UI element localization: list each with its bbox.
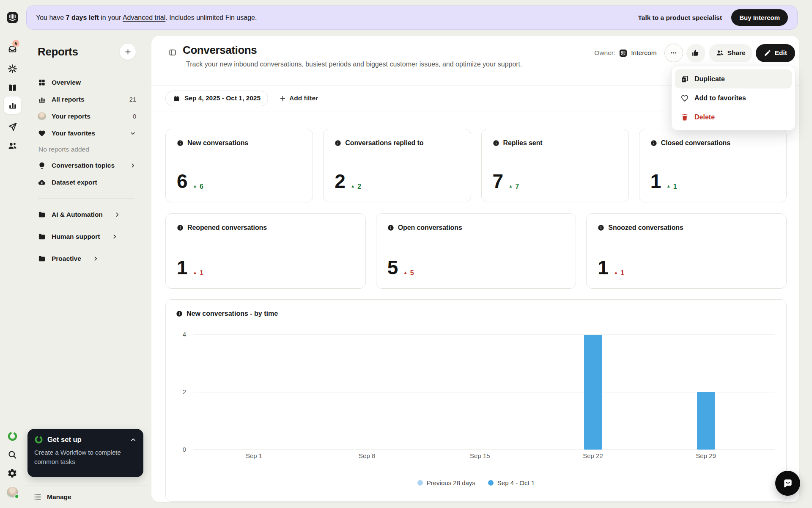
metrics-row-1: New conversations 6▲6 Conversations repl…: [151, 129, 799, 202]
menu-item-duplicate[interactable]: Duplicate: [675, 69, 792, 88]
trial-banner-text: You have 7 days left in your Advanced tr…: [36, 14, 257, 22]
folder-icon: [38, 210, 46, 219]
info-icon[interactable]: [493, 140, 499, 146]
edit-button[interactable]: Edit: [756, 44, 795, 62]
sidebar-item-all-reports[interactable]: All reports 21: [25, 91, 147, 108]
metric-card-new-conversations: New conversations 6▲6: [165, 129, 313, 202]
metric-value: 1: [177, 256, 187, 279]
chevron-right-icon: [129, 162, 136, 169]
metric-value: 6: [177, 170, 187, 193]
setup-card-description: Create a Workflow to complete common tas…: [34, 448, 137, 467]
chevron-right-icon: [111, 233, 118, 240]
metric-card-replies-sent: Replies sent 7▲7: [481, 129, 629, 202]
chevron-right-icon: [92, 255, 99, 262]
y-axis-tick: 0: [169, 446, 186, 453]
folder-human-support[interactable]: Human support: [25, 226, 147, 248]
x-axis-tick: Sep 1: [246, 452, 262, 459]
chevron-up-icon[interactable]: [130, 436, 137, 443]
search-icon[interactable]: [7, 450, 18, 460]
info-icon[interactable]: [650, 140, 657, 146]
metric-value: 2: [335, 170, 345, 193]
owner-label: Owner:: [594, 49, 615, 57]
favorites-empty-note: No reports added: [25, 142, 147, 157]
metric-card-closed-conversations: Closed conversations 1▲1: [639, 129, 787, 202]
chevron-down-icon: [129, 130, 136, 137]
talk-to-specialist-link[interactable]: Talk to a product specialist: [638, 14, 722, 22]
info-icon[interactable]: [176, 310, 183, 317]
setup-progress-icon: [34, 435, 43, 444]
messenger-launcher-button[interactable]: [775, 471, 800, 496]
add-filter-button[interactable]: Add filter: [279, 94, 318, 102]
x-axis-tick: Sep 8: [359, 452, 375, 459]
metric-delta: ▲5: [403, 269, 414, 277]
menu-item-delete[interactable]: Delete: [675, 108, 792, 127]
date-range-filter[interactable]: Sep 4, 2025 - Oct 1, 2025: [165, 91, 268, 106]
chart-plot: [193, 334, 775, 450]
plus-icon: [279, 95, 286, 102]
report-panel: Conversations Track your new inbound con…: [151, 36, 799, 502]
trend-up-icon: ▲: [667, 184, 671, 188]
gridline: [193, 449, 775, 450]
get-set-up-card[interactable]: Get set up Create a Workflow to complete…: [27, 429, 143, 477]
sidebar-item-conversation-topics[interactable]: Conversation topics: [25, 157, 147, 174]
metric-delta: ▲1: [193, 269, 203, 277]
metric-card-conversations-replied-to: Conversations replied to 2▲2: [323, 129, 471, 202]
feedback-thumbs-up-button[interactable]: [686, 44, 705, 62]
trend-up-icon: ▲: [351, 184, 355, 188]
metric-delta: ▲7: [509, 183, 519, 190]
settings-gear-icon[interactable]: [7, 468, 18, 479]
sidebar-item-your-favorites[interactable]: Your favorites: [25, 125, 147, 142]
more-actions-button[interactable]: [664, 44, 683, 62]
intercom-logo[interactable]: [6, 11, 19, 24]
grid-icon: [38, 78, 46, 87]
info-icon[interactable]: [177, 140, 184, 146]
metric-card-open-conversations: Open conversations 5▲5: [376, 213, 576, 289]
legend-item-current-period: Sep 4 - Oct 1: [488, 479, 535, 486]
fin-ai-icon[interactable]: [7, 64, 18, 74]
info-icon[interactable]: [598, 224, 604, 231]
more-actions-menu: Duplicate Add to favorites Delete: [671, 66, 796, 130]
chart-x-axis: Sep 1Sep 8Sep 15Sep 22Sep 29: [193, 452, 775, 461]
reports-sidebar: Reports Overview All reports 21 Your rep…: [25, 36, 147, 508]
app-rail: 5: [0, 0, 25, 508]
metrics-row-2: Reopened conversations 1▲1 Open conversa…: [151, 213, 799, 289]
inbox-badge: 5: [12, 40, 19, 47]
trash-icon: [680, 113, 689, 121]
outbound-icon[interactable]: [7, 121, 18, 132]
knowledge-icon[interactable]: [7, 83, 18, 94]
metric-value: 1: [598, 256, 608, 279]
buy-intercom-button[interactable]: Buy Intercom: [731, 9, 788, 26]
info-icon[interactable]: [387, 224, 394, 231]
user-avatar: [38, 112, 46, 121]
trial-banner: You have 7 days left in your Advanced tr…: [26, 6, 798, 30]
folder-proactive[interactable]: Proactive: [25, 248, 147, 270]
list-icon: [33, 493, 42, 501]
sidebar-item-your-reports[interactable]: Your reports 0: [25, 108, 147, 125]
sidebar-divider: [38, 198, 134, 199]
reports-icon[interactable]: [4, 97, 21, 114]
getting-started-icon[interactable]: [7, 431, 18, 442]
collapse-sidebar-icon[interactable]: [168, 48, 177, 57]
heart-outline-icon: [680, 94, 689, 102]
chart-title: New conversations - by time: [187, 310, 278, 318]
y-axis-tick: 2: [169, 388, 186, 395]
contacts-icon[interactable]: [7, 141, 18, 151]
owner-info: Owner: Intercom: [594, 49, 656, 58]
metric-delta: ▲6: [193, 183, 203, 190]
metric-value: 5: [387, 256, 398, 279]
legend-dot: [417, 480, 423, 486]
sidebar-item-dataset-export[interactable]: Dataset export: [25, 174, 147, 191]
profile-avatar[interactable]: [7, 487, 18, 498]
menu-item-add-to-favorites[interactable]: Add to favorites: [675, 88, 792, 108]
new-report-button[interactable]: [119, 43, 136, 60]
sidebar-item-overview[interactable]: Overview: [25, 74, 147, 91]
chart-legend: Previous 28 days Sep 4 - Oct 1: [166, 479, 786, 486]
manage-button[interactable]: Manage: [25, 486, 147, 508]
advanced-trial-link[interactable]: Advanced trial: [123, 14, 165, 21]
info-icon[interactable]: [177, 224, 184, 231]
info-icon[interactable]: [335, 140, 341, 146]
folder-ai-automation[interactable]: AI & Automation: [25, 204, 147, 226]
share-button[interactable]: Share: [709, 44, 752, 62]
metric-card-reopened-conversations: Reopened conversations 1▲1: [165, 213, 366, 289]
metric-delta: ▲1: [614, 269, 624, 277]
